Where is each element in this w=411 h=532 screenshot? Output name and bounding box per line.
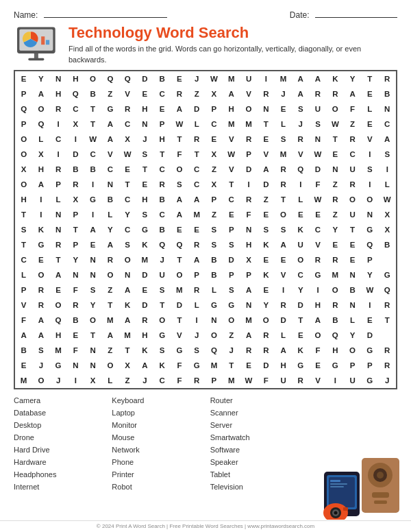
grid-cell: L [188,117,206,132]
grid-cell: G [309,267,326,282]
grid-cell: H [49,328,66,343]
grid-cell: P [240,267,257,282]
title-text-block: Technology Word Search Find all of the w… [68,25,397,65]
grid-cell: Q [292,162,309,177]
footer-text: © 2024 Print A Word Search | Free Printa… [97,523,314,529]
grid-cell: T [15,207,32,222]
grid-cell: R [378,343,396,358]
grid-cell: T [84,117,101,132]
grid-cell: Z [223,328,240,343]
grid-cell: E [258,207,275,222]
word-item: Drone [14,432,112,444]
grid-cell: S [136,207,153,222]
grid-cell: O [171,162,188,177]
grid-cell: R [171,86,188,101]
grid-cell: T [275,192,292,207]
grid-cell: N [361,207,378,222]
grid-cell: B [327,313,344,328]
grid-cell: P [67,207,84,222]
grid-cell: P [206,101,223,117]
grid-cell: U [344,207,361,222]
grid-cell: R [153,177,171,192]
grid-cell: O [292,252,309,267]
grid-cell: R [327,298,344,313]
grid-cell: A [32,177,49,192]
grid-table: EYNHOQQDBEJWMUIMAAKYTRPAHQBZVECRZXAVRJAR… [15,71,396,388]
grid-cell: R [32,298,49,313]
grid-cell: F [171,147,188,162]
svg-point-11 [377,472,384,479]
grid-cell: E [206,132,223,147]
svg-rect-24 [343,507,348,511]
grid-cell: O [309,328,326,343]
grid-cell: E [240,358,257,373]
grid-cell: R [292,373,309,388]
grid-cell: B [84,162,101,177]
grid-cell: Y [101,222,119,237]
grid-cell: H [153,132,171,147]
grid-cell: B [101,192,119,207]
grid-cell: O [15,132,32,147]
grid-cell: N [84,267,101,282]
grid-cell: D [188,101,206,117]
grid-cell: S [84,282,101,298]
grid-cell: I [32,192,49,207]
grid-cell: V [101,147,119,162]
grid-cell: V [223,132,240,147]
grid-cell: G [292,358,309,373]
grid-cell: A [258,162,275,177]
grid-cell: A [119,282,136,298]
grid-cell: E [171,71,188,86]
grid-cell: A [32,328,49,343]
word-item: Database [14,407,112,419]
grid-cell: S [119,237,136,252]
grid-cell: A [292,71,309,86]
grid-cell: A [84,222,101,237]
grid-cell: B [67,162,84,177]
grid-cell: P [223,222,240,237]
grid-cell: S [275,132,292,147]
grid-cell: N [49,71,66,86]
grid-cell: H [15,192,32,207]
grid-cell: L [344,313,361,328]
grid-cell: I [309,282,326,298]
grid-cell: A [171,101,188,117]
grid-cell: R [327,86,344,101]
grid-cell: S [32,343,49,358]
grid-cell: O [101,267,119,282]
grid-cell: Q [67,86,84,101]
grid-cell: W [206,71,223,86]
grid-cell: R [101,252,119,267]
grid-cell: W [378,192,396,207]
grid-cell: E [309,207,326,222]
grid-cell: O [15,147,32,162]
grid-cell: J [188,71,206,86]
grid-cell: C [101,162,119,177]
grid-cell: X [206,86,223,101]
grid-cell: N [206,313,223,328]
grid-cell: O [258,313,275,328]
grid-cell: L [361,101,378,117]
grid-cell: I [292,177,309,192]
grid-cell: N [119,267,136,282]
grid-cell: E [136,177,153,192]
grid-cell: I [361,147,378,162]
grid-cell: O [344,192,361,207]
grid-cell: T [119,343,136,358]
grid-cell: L [378,177,396,192]
grid-cell: O [32,373,49,388]
grid-cell: G [223,298,240,313]
grid-cell: Z [101,86,119,101]
grid-cell: M [275,147,292,162]
grid-cell: X [378,222,396,237]
word-item: Mouse [112,432,210,444]
grid-cell: B [378,86,396,101]
grid-cell: Z [188,86,206,101]
grid-cell: U [275,373,292,388]
grid-cell: A [101,328,119,343]
grid-cell: S [275,222,292,237]
grid-cell: R [275,298,292,313]
svg-rect-13 [374,500,387,504]
grid-cell: H [136,101,153,117]
grid-cell: L [32,132,49,147]
